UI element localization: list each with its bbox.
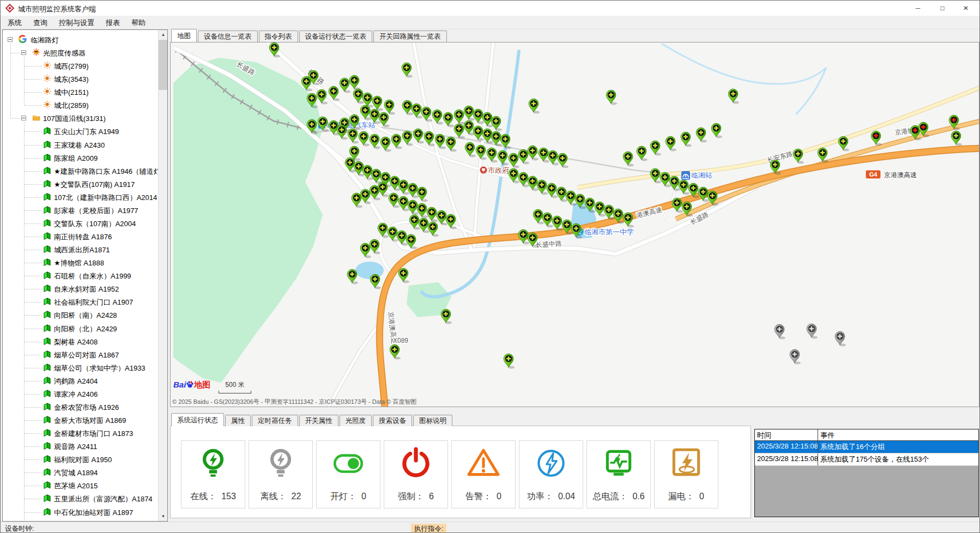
tree-item-1-12[interactable]: 自来水斜对面 A1952 [3,282,158,295]
tree-label[interactable]: 王家珑巷 A2430 [54,141,105,150]
tree-item-1-27[interactable]: 芭茅塘 A2015 [3,479,158,492]
tree-label[interactable]: 石咀桥（自来水）A1999 [54,271,131,281]
event-log[interactable]: 时间 事件 2025/3/28 12:15:08系统加载了16个分组2025/3… [754,429,979,517]
tree-label[interactable]: 福利院对面 A1950 [54,455,112,465]
tree-item-1-20[interactable]: 谭家冲 A2406 [3,387,158,401]
maximize-button[interactable]: □ [931,1,954,16]
tree-item-1-0[interactable]: 五尖山大门东 A1949 [3,125,158,138]
tree-label[interactable]: 汽贸城 A1894 [54,468,98,478]
tree-item-1-4[interactable]: ★交警队西(107南) A1917 [3,178,158,191]
tree-collapse-icon[interactable] [21,50,26,55]
bottom-tab-4[interactable]: 光照度 [340,415,372,426]
tree-label[interactable]: 城东(3543) [54,75,89,84]
tree-label[interactable]: 临湘路灯 [31,35,59,45]
event-log-col-event[interactable]: 事件 [818,429,978,440]
tree-label[interactable]: 南正街转盘 A1876 [54,232,112,242]
map-tab-3[interactable]: 设备运行状态一览表 [299,31,373,42]
tree-item-1-21[interactable]: 金桥农贸市场 A1926 [3,401,158,414]
map-canvas[interactable]: 长盛路长白路长盛中路长盛路长安东路京港线港澳高速京港澳高速X089 G4京港澳高… [171,43,979,407]
tree-item-1-16[interactable]: 梨树巷 A2408 [3,335,158,348]
tree-label[interactable]: 烟草公司（求知中学）A1933 [54,364,146,373]
tree-item-1-6[interactable]: 彭家巷（党校后面）A1977 [3,204,158,217]
bottom-tab-0[interactable]: 系统运行状态 [171,413,224,426]
tree-item-1-30[interactable] [3,519,158,521]
tree-label[interactable]: 自来水斜对面 A1952 [54,284,119,294]
tree-item-1-2[interactable]: 陈家组 A2009 [3,152,158,165]
tree-label[interactable]: 向阳桥（南）A2428 [54,311,117,320]
tree-item-1-13[interactable]: 社会福利院大门口 A1907 [3,295,158,308]
tree-item-1-19[interactable]: 鸿鹤路 A2404 [3,374,158,387]
tree-collapse-icon[interactable] [8,37,13,42]
tree-label[interactable]: 交警队东（107南）A2004 [54,219,136,229]
tree-label[interactable]: 谭家冲 A2406 [54,390,98,399]
tree-label[interactable]: 金桥大市场对面 A1869 [54,416,126,426]
tree-label[interactable]: 五尖山大门东 A1949 [54,127,119,137]
tree-label[interactable]: 金桥农贸市场 A1926 [54,403,119,413]
tree-item-1-22[interactable]: 金桥大市场对面 A1869 [3,414,158,427]
tree-label[interactable]: 芭茅塘 A2015 [54,481,98,491]
tree-item-0-2[interactable]: 城中(2151) [3,86,158,99]
tree-item-1-29[interactable]: 中石化加油站对面 A1897 [3,506,158,519]
scroll-down-icon[interactable]: ▼ [159,512,168,521]
tree-item-1-8[interactable]: 南正街转盘 A1876 [3,230,158,243]
menu-item-4[interactable]: 帮助 [127,16,150,30]
tree-label[interactable]: 烟草公司对面 A1867 [54,350,119,360]
bottom-tab-1[interactable]: 属性 [225,415,251,426]
tree-item-1-1[interactable]: 王家珑巷 A2430 [3,138,158,152]
event-row-1[interactable]: 2025/3/28 12:15:08系统加载了175个设备，在线153个 [755,453,978,466]
map-tab-4[interactable]: 开关回路属性一览表 [373,31,447,42]
tree-item-1-7[interactable]: 交警队东（107南）A2004 [3,217,158,230]
tree-item-1-9[interactable]: 城西派出所A1871 [3,243,158,256]
bottom-tab-3[interactable]: 开关属性 [299,415,338,426]
tree-label[interactable]: 鸿鹤路 A2404 [54,377,98,386]
menu-item-2[interactable]: 控制与设置 [55,16,99,30]
close-button[interactable]: ✕ [954,1,977,16]
tree-item-1-24[interactable]: 观音路 A2411 [3,440,158,453]
tree-label[interactable]: 107北（建新中路路口西）A2014 [54,193,157,203]
map-tab-0[interactable]: 地图 [171,29,197,42]
tree-item-0-3[interactable]: 城北(2859) [3,99,158,112]
scrollbar-thumb[interactable] [159,40,168,90]
tree-label[interactable]: 城西(2799) [54,62,89,71]
map-tab-2[interactable]: 指令列表 [259,31,298,42]
tree-item-1-15[interactable]: 向阳桥（北）A2429 [3,322,158,335]
minimize-button[interactable]: ─ [906,1,929,16]
tree-label[interactable]: 向阳桥（北）A2429 [54,324,117,334]
tree-label[interactable]: ★交警队西(107南) A1917 [54,180,135,190]
tree-item-1-3[interactable]: ★建新中路路口东 A1946（辅道灯） [3,165,158,178]
tree-label[interactable]: 陈家组 A2009 [54,154,98,163]
tree-label[interactable]: 五里派出所（富源汽配）A1874 [54,494,153,504]
tree-item-1-10[interactable]: ★博物馆 A1888 [3,256,158,269]
event-log-col-time[interactable]: 时间 [755,429,818,440]
tree-label[interactable]: ★博物馆 A1888 [54,258,104,268]
menu-item-3[interactable]: 报表 [101,16,124,30]
map-tab-1[interactable]: 设备信息一览表 [198,31,258,42]
tree-label[interactable]: 城中(2151) [54,88,89,98]
tree-item-1-17[interactable]: 烟草公司对面 A1867 [3,348,158,361]
tree-item-1-26[interactable]: 汽贸城 A1894 [3,466,158,479]
tree-item-1-18[interactable]: 烟草公司（求知中学）A1933 [3,361,158,374]
tree-label[interactable]: 107国道沿线(31/31) [43,114,106,124]
bottom-tab-5[interactable]: 搜索设备 [373,415,412,426]
tree-item-1-11[interactable]: 石咀桥（自来水）A1999 [3,269,158,282]
tree-label[interactable]: 金桥建材市场门口 A1873 [54,429,133,439]
tree-label[interactable]: 光照度传感器 [43,49,86,58]
tree-label[interactable]: 社会福利院大门口 A1907 [54,298,133,307]
tree-scrollbar[interactable]: ▲ ▼ [158,30,167,521]
tree-item-1-23[interactable]: 金桥建材市场门口 A1873 [3,427,158,440]
bottom-tab-2[interactable]: 定时器任务 [252,415,298,426]
menu-item-1[interactable]: 查询 [29,16,52,30]
tree-item-1-25[interactable]: 福利院对面 A1950 [3,453,158,466]
tree-label[interactable]: 彭家巷（党校后面）A1977 [54,206,138,216]
bottom-tab-6[interactable]: 图标说明 [413,415,452,426]
tree-label[interactable]: 观音路 A2411 [54,442,97,452]
tree-item-0-0[interactable]: 城西(2799) [3,59,158,72]
tree-group-0[interactable]: 光照度传感器 [3,46,158,59]
event-row-0[interactable]: 2025/3/28 12:15:08系统加载了16个分组 [755,441,978,453]
tree-collapse-icon[interactable] [21,116,26,120]
tree-item-1-28[interactable]: 五里派出所（富源汽配）A1874 [3,492,158,505]
tree-group-1[interactable]: 107国道沿线(31/31) [3,112,158,125]
scroll-up-icon[interactable]: ▲ [159,30,168,39]
tree-label[interactable]: 中石化加油站对面 A1897 [54,508,133,518]
tree-item-1-5[interactable]: 107北（建新中路路口西）A2014 [3,191,158,204]
